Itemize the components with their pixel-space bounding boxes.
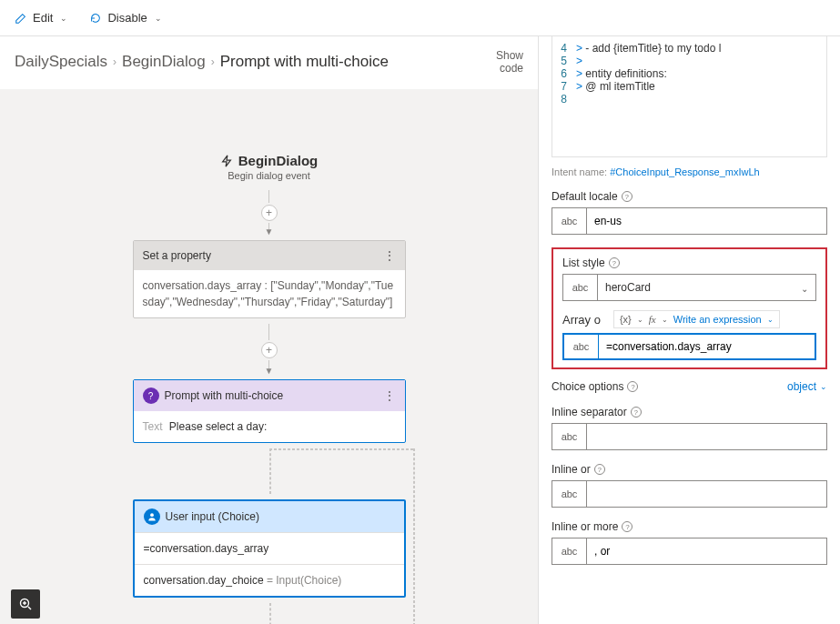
- crumb-item[interactable]: Prompt with multi-choice: [220, 53, 389, 71]
- chevron-down-icon: ⌄: [801, 284, 808, 294]
- svg-point-0: [150, 513, 154, 517]
- chevron-down-icon[interactable]: ⌄: [767, 316, 774, 324]
- user-input-row2-var: conversation.day_choice: [144, 574, 264, 587]
- text-label: Text: [143, 420, 163, 433]
- set-property-node[interactable]: Set a property ⋮ conversation.days_array…: [133, 240, 406, 318]
- user-icon: [144, 508, 160, 525]
- disable-label: Disable: [107, 11, 147, 25]
- type-prefix[interactable]: abc: [552, 424, 587, 449]
- list-style-field: List style? abc heroCard ⌄: [562, 257, 816, 301]
- inline-or-field: Inline or? abc: [552, 463, 827, 508]
- edit-label: Edit: [33, 11, 53, 25]
- crumb-item[interactable]: BeginDialog: [122, 53, 206, 71]
- node-title: Prompt with multi-choice: [165, 389, 284, 402]
- chevron-right-icon: ›: [211, 55, 215, 68]
- intent-link[interactable]: #ChoiceInput_Response_mxIwLh: [610, 166, 760, 177]
- breadcrumb: DailySpecials › BeginDialog › Prompt wit…: [15, 53, 389, 71]
- array-field: Array o {x}⌄ fx⌄ Write an expression⌄ ab…: [562, 310, 816, 360]
- arrow-down-icon: ▼: [133, 366, 406, 376]
- trigger-subtitle: Begin dialog event: [133, 170, 406, 181]
- more-icon[interactable]: ⋮: [383, 388, 396, 403]
- refresh-icon: [89, 12, 102, 25]
- default-locale-input[interactable]: [587, 208, 826, 234]
- prompt-text: Please select a day:: [169, 420, 267, 433]
- help-icon[interactable]: ?: [622, 191, 633, 202]
- left-panel: DailySpecials › BeginDialog › Prompt wit…: [0, 36, 539, 624]
- inline-or-more-field: Inline or more? abc: [552, 520, 827, 565]
- chevron-down-icon: ⌄: [60, 14, 67, 23]
- inline-or-more-input[interactable]: [587, 538, 826, 564]
- chevron-down-icon[interactable]: ⌄: [662, 316, 668, 324]
- user-input-node[interactable]: User input (Choice) =conversation.days_a…: [133, 499, 406, 598]
- flow-container: BeginDialog Begin dialog event + ▼ Set a…: [133, 89, 406, 624]
- canvas[interactable]: BeginDialog Begin dialog event + ▼ Set a…: [0, 89, 538, 624]
- inline-separator-field: Inline separator? abc: [552, 406, 827, 450]
- trigger-title: BeginDialog: [238, 153, 319, 168]
- object-type-link[interactable]: object⌄: [787, 380, 827, 393]
- chevron-right-icon: ›: [113, 55, 116, 68]
- user-input-row2-expr: = Input(Choice): [264, 574, 342, 587]
- top-toolbar: Edit ⌄ Disable ⌄: [0, 0, 840, 36]
- write-expression-link[interactable]: Write an expression: [673, 314, 762, 325]
- add-node-button[interactable]: +: [261, 342, 278, 358]
- prompt-icon: ?: [143, 387, 159, 404]
- breadcrumb-row: DailySpecials › BeginDialog › Prompt wit…: [0, 36, 538, 89]
- choice-options-row: Choice options? object⌄: [552, 380, 827, 393]
- disable-button[interactable]: Disable ⌄: [86, 7, 165, 28]
- code-editor[interactable]: 4> - add {itemTitle} to my todo l 5> 6> …: [552, 36, 827, 157]
- add-node-button[interactable]: +: [261, 205, 278, 221]
- zoom-icon: [18, 597, 33, 611]
- type-prefix[interactable]: abc: [563, 275, 598, 300]
- trigger-node[interactable]: BeginDialog Begin dialog event: [133, 153, 406, 181]
- node-title: User input (Choice): [166, 510, 259, 523]
- help-icon[interactable]: ?: [631, 407, 642, 418]
- node-body: conversation.days_array : ["Sunday","Mon…: [134, 270, 405, 317]
- inline-or-input[interactable]: [587, 481, 826, 507]
- array-label: Array o: [562, 313, 601, 327]
- list-style-select[interactable]: heroCard ⌄: [598, 275, 815, 300]
- user-input-row1: =conversation.days_array: [135, 532, 404, 564]
- intent-label: Intent name:: [552, 166, 607, 177]
- help-icon[interactable]: ?: [627, 381, 638, 392]
- type-prefix[interactable]: abc: [552, 538, 587, 564]
- lightning-icon: [220, 155, 233, 167]
- type-prefix[interactable]: abc: [564, 335, 599, 358]
- arrow-down-icon: ▼: [133, 226, 406, 237]
- prompt-node[interactable]: ? Prompt with multi-choice ⋮ Text Please…: [133, 379, 406, 443]
- svg-line-2: [28, 607, 31, 609]
- fx-icon[interactable]: fx: [649, 314, 656, 325]
- type-prefix[interactable]: abc: [552, 481, 587, 507]
- var-icon[interactable]: {x}: [620, 314, 632, 325]
- default-locale-field: Default locale? abc: [552, 190, 827, 235]
- help-icon[interactable]: ?: [622, 521, 633, 532]
- more-icon[interactable]: ⋮: [383, 248, 396, 263]
- highlighted-section: List style? abc heroCard ⌄ Array o {x}⌄ …: [552, 247, 827, 369]
- help-icon[interactable]: ?: [609, 257, 620, 268]
- type-prefix[interactable]: abc: [552, 208, 587, 234]
- node-title: Set a property: [143, 249, 211, 262]
- zoom-button[interactable]: [11, 589, 40, 619]
- chevron-down-icon: ⌄: [820, 382, 827, 391]
- properties-panel: 4> - add {itemTitle} to my todo l 5> 6> …: [539, 36, 840, 624]
- edit-button[interactable]: Edit ⌄: [11, 7, 71, 28]
- edit-icon: [15, 12, 27, 25]
- crumb-item[interactable]: DailySpecials: [15, 53, 107, 71]
- chevron-down-icon[interactable]: ⌄: [637, 316, 643, 324]
- array-input[interactable]: [599, 335, 815, 358]
- help-icon[interactable]: ?: [594, 464, 605, 475]
- chevron-down-icon: ⌄: [155, 14, 162, 23]
- show-code-button[interactable]: Show code: [496, 49, 523, 75]
- intent-name-row: Intent name: #ChoiceInput_Response_mxIwL…: [552, 166, 827, 177]
- expression-toolbar: {x}⌄ fx⌄ Write an expression⌄: [613, 310, 780, 328]
- inline-separator-input[interactable]: [587, 424, 826, 449]
